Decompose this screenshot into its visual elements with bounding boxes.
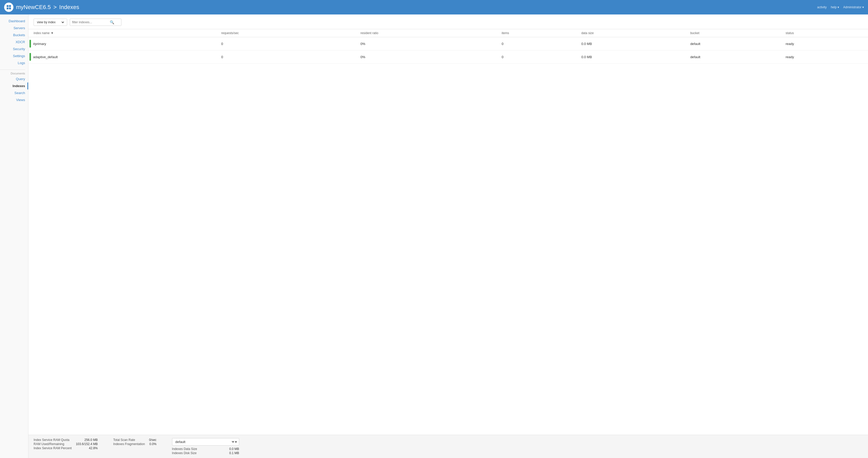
footer-stats-main: Index Service RAM Quota 256.0 MB RAM Use… <box>34 438 98 450</box>
search-icon[interactable]: 🔍 <box>110 20 114 24</box>
stat-label-2: Index Service RAM Percent <box>34 446 71 450</box>
indexes-table-wrap: index name ▼ requests/sec resident ratio… <box>28 29 868 435</box>
bucket-stat-label-0: Indexes Data Size <box>172 447 211 451</box>
sidebar-item-buckets[interactable]: Buckets <box>0 32 28 38</box>
th-data-size: data size <box>578 29 687 37</box>
cell-status: ready <box>782 51 868 64</box>
cell-data-size: 0.0 MB <box>578 37 687 51</box>
sidebar-item-logs[interactable]: Logs <box>0 59 28 66</box>
cell-index-name: adaptive_default <box>28 51 218 64</box>
cell-resident-ratio: 0% <box>357 51 499 64</box>
top-bar: myNewCE6.5 > Indexes activity help ▾ Adm… <box>0 0 868 14</box>
stat-label-1: RAM Used/Remaining <box>34 442 71 446</box>
sidebar-item-views[interactable]: Views <box>0 96 28 103</box>
status-indicator <box>29 53 31 61</box>
bucket-chevron-icon: ▾ <box>235 440 237 444</box>
svg-rect-0 <box>7 5 8 7</box>
cell-data-size: 0.0 MB <box>578 51 687 64</box>
sidebar-item-servers[interactable]: Servers <box>0 25 28 32</box>
sidebar-item-settings[interactable]: Settings <box>0 53 28 59</box>
stat-label-0: Index Service RAM Quota <box>34 438 71 442</box>
bucket-select-wrap[interactable]: default ▾ <box>172 438 239 446</box>
index-name-value: adaptive_default <box>33 55 58 59</box>
table-header-row: index name ▼ requests/sec resident ratio… <box>28 29 868 37</box>
th-index-name[interactable]: index name ▼ <box>28 29 218 37</box>
content-area: view by index view by server 🔍 index nam… <box>28 14 868 458</box>
svg-rect-1 <box>9 5 11 7</box>
sidebar-item-search[interactable]: Search <box>0 89 28 96</box>
th-bucket: bucket <box>687 29 782 37</box>
cell-bucket: default <box>687 51 782 64</box>
indexes-table: index name ▼ requests/sec resident ratio… <box>28 29 868 64</box>
bucket-select[interactable]: default <box>175 440 235 444</box>
bucket-stat-label-1: Indexes Disk Size <box>172 451 211 455</box>
scan-value-1: 0.0% <box>149 442 157 446</box>
sidebar: Dashboard Servers Buckets XDCR Security … <box>0 14 28 458</box>
status-indicator <box>29 40 31 48</box>
table-row[interactable]: adaptive_default 0 0% 0 0.0 MB default r… <box>28 51 868 64</box>
footer-stats-scan: Total Scan Rate 0/sec Indexes Fragmentat… <box>113 438 156 446</box>
cell-status: ready <box>782 37 868 51</box>
bucket-stat-value-0: 0.0 MB <box>215 447 239 451</box>
page-title: Indexes <box>59 4 79 10</box>
footer-bucket-area: default ▾ Indexes Data Size 0.0 MB Index… <box>172 438 239 455</box>
cell-requests-sec: 0 <box>218 51 357 64</box>
svg-rect-3 <box>9 7 11 9</box>
table-body: #primary 0 0% 0 0.0 MB default ready ada… <box>28 37 868 64</box>
scan-value-0: 0/sec <box>149 438 157 442</box>
sidebar-item-xdcr[interactable]: XDCR <box>0 38 28 45</box>
table-row[interactable]: #primary 0 0% 0 0.0 MB default ready <box>28 37 868 51</box>
stat-value-0: 256.0 MB <box>76 438 98 442</box>
view-by-select[interactable]: view by index view by server <box>36 20 65 24</box>
filter-indexes-input[interactable] <box>72 21 108 24</box>
svg-rect-2 <box>7 7 8 9</box>
cluster-section: Dashboard Servers Buckets XDCR Security … <box>0 18 28 66</box>
data-section: Documents Query Indexes Search Views <box>0 72 28 103</box>
scan-label-0: Total Scan Rate <box>113 438 145 442</box>
top-bar-left: myNewCE6.5 > Indexes <box>4 3 79 12</box>
th-resident-ratio: resident ratio <box>357 29 499 37</box>
bucket-stat-value-1: 0.1 MB <box>215 451 239 455</box>
main-layout: Dashboard Servers Buckets XDCR Security … <box>0 14 868 458</box>
cell-index-name: #primary <box>28 37 218 51</box>
sidebar-item-indexes[interactable]: Indexes <box>0 83 28 89</box>
footer: Index Service RAM Quota 256.0 MB RAM Use… <box>28 435 868 458</box>
nav-help[interactable]: help ▾ <box>831 5 839 9</box>
sidebar-item-query[interactable]: Query <box>0 75 28 83</box>
th-items: items <box>499 29 578 37</box>
cell-items: 0 <box>499 51 578 64</box>
app-name: myNewCE6.5 <box>16 4 51 10</box>
top-bar-right: activity help ▾ Administrator ▾ <box>817 5 864 9</box>
sort-icon: ▼ <box>51 31 54 35</box>
stat-value-1: 103.6/152.4 MB <box>76 442 98 446</box>
th-status: status <box>782 29 868 37</box>
cell-resident-ratio: 0% <box>357 37 499 51</box>
content-header: view by index view by server 🔍 <box>28 14 868 29</box>
nav-user[interactable]: Administrator ▾ <box>843 5 864 9</box>
sidebar-item-security[interactable]: Security <box>0 45 28 53</box>
view-by-dropdown[interactable]: view by index view by server <box>34 19 67 26</box>
nav-activity[interactable]: activity <box>817 5 827 9</box>
th-requests-sec: requests/sec <box>218 29 357 37</box>
sidebar-item-dashboard[interactable]: Dashboard <box>0 18 28 25</box>
cell-requests-sec: 0 <box>218 37 357 51</box>
index-name-value: #primary <box>33 42 46 46</box>
scan-label-1: Indexes Fragmentation <box>113 442 145 446</box>
stat-value-2: 42.8% <box>76 446 98 450</box>
sidebar-divider <box>0 69 25 70</box>
cell-items: 0 <box>499 37 578 51</box>
filter-input-wrap: 🔍 <box>70 19 121 26</box>
data-section-label: Documents <box>10 72 28 75</box>
cell-bucket: default <box>687 37 782 51</box>
bucket-stats: Indexes Data Size 0.0 MB Indexes Disk Si… <box>172 447 239 455</box>
app-logo <box>4 3 13 12</box>
title-separator: > <box>53 4 57 10</box>
